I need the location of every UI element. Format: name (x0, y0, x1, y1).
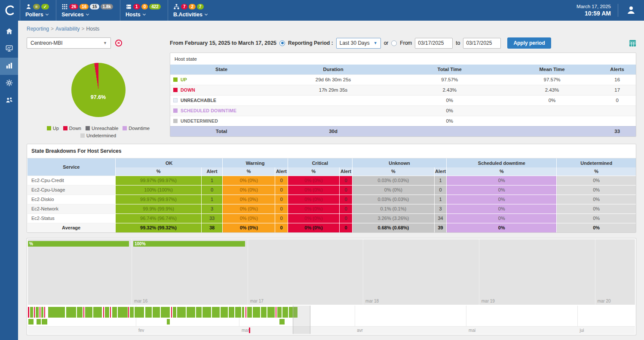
navigator-status-segment (118, 307, 128, 318)
navigator-status-segment (128, 307, 129, 318)
menu-services[interactable]: 2616151.8kServices (56, 0, 120, 21)
navigator-status-segment (105, 307, 109, 318)
state-alerts (598, 105, 636, 116)
chevron-down-icon: ▼ (374, 41, 377, 45)
status-badge: 1 (133, 4, 140, 9)
timeline-axis-label: mar 20 (597, 299, 610, 303)
period-select[interactable]: Last 30 Days ▼ (336, 38, 381, 49)
breadcrumb-item[interactable]: Availability (55, 26, 80, 32)
custom-period-radio[interactable] (391, 40, 397, 46)
column-header-total-time: Total Time (394, 65, 506, 74)
subcolumn-percent: % (116, 167, 202, 176)
timeline-gridline (132, 239, 132, 305)
host-select[interactable]: Centreon-MBI ▼ (27, 37, 111, 49)
value-cell: 3 (434, 204, 446, 213)
value-cell: 0 (275, 213, 288, 223)
state-cell: UP (170, 74, 273, 85)
navigator-axis-label: fev (138, 328, 144, 333)
legend-item: Unreachable (86, 126, 118, 131)
legend-color-square (47, 126, 51, 130)
navigator-status-segment (28, 307, 29, 318)
navigator-status-segment (177, 307, 186, 318)
navigator-status-segment (44, 307, 45, 318)
value-cell: 0% (447, 213, 557, 223)
status-badge: ≡ (33, 4, 40, 9)
navigator-status-segment (253, 307, 260, 318)
state-mean (506, 116, 599, 126)
export-icon[interactable] (629, 40, 636, 47)
value-cell: 0% (0%) (288, 213, 339, 223)
status-badge: 1.8k (101, 4, 113, 9)
host-select-value: Centreon-MBI (31, 40, 63, 46)
host-state-row: DOWN17h 29m 35s2.43%2.43%17 (170, 85, 636, 95)
value-cell: 0 (201, 185, 223, 195)
timeline-navigator[interactable]: fevmaravrmaijui (28, 306, 635, 334)
sidebar-item-administration[interactable] (0, 92, 18, 109)
state-cell: DOWN (170, 85, 273, 95)
menu-pollers[interactable]: ≡✓Pollers (20, 0, 56, 21)
legend-color-square (63, 126, 67, 130)
clear-host-filter-icon[interactable]: ✕ (115, 40, 122, 46)
or-label: or (384, 40, 389, 46)
availability-pie-chart: 97.6% (71, 63, 126, 117)
navigator-status-segment (229, 307, 234, 318)
navigator-status-segment (130, 307, 133, 318)
apply-period-button[interactable]: Apply period (507, 37, 551, 49)
menu-hosts[interactable]: 10422Hosts (120, 0, 168, 21)
value-cell: 0% (557, 185, 636, 195)
value-cell: 0% (0%) (288, 185, 339, 195)
state-color-square (173, 98, 178, 102)
centreon-logo[interactable] (0, 0, 20, 21)
legend-item: Downtime (123, 126, 150, 131)
host-state-title: Host state (170, 53, 636, 65)
to-date-input[interactable] (463, 38, 501, 49)
breadcrumb: Reporting>Availability>Hosts (18, 21, 644, 34)
navigator-marker (249, 328, 250, 333)
breadcrumb-item[interactable]: Hosts (86, 26, 100, 32)
from-date-input[interactable] (415, 38, 453, 49)
timeline-axis-label: mar 18 (365, 299, 379, 303)
service-name: Ec2-Network (28, 204, 116, 213)
state-label: UNREACHABLE (181, 98, 216, 103)
value-cell: 99.9% (99.9%) (116, 204, 202, 213)
sidebar-item-monitoring[interactable] (0, 40, 18, 58)
value-cell: 0% (0%) (288, 176, 339, 185)
value-cell: 0% (0%) (223, 213, 275, 223)
value-cell: 0% (557, 204, 636, 213)
navigator-status-segment (145, 307, 152, 318)
current-time: 10:59 AM (577, 10, 611, 17)
sidebar-item-configuration[interactable] (0, 75, 18, 92)
availability-timeline-chart[interactable]: mar 16mar 17mar 18mar 19mar 20%100% (28, 239, 635, 305)
navigator-status-segment (153, 307, 160, 318)
filter-bar: Centreon-MBI ▼ ✕ From February 15, 2025 … (18, 34, 644, 52)
breadcrumb-separator: > (51, 26, 54, 32)
legend-label: Unreachable (92, 126, 118, 131)
legend-label: Up (53, 126, 59, 131)
value-cell: 99.97% (99.97%) (116, 176, 202, 185)
state-total: 2.43% (394, 85, 506, 95)
navigator-status-segment (212, 307, 220, 318)
state-mean: 0% (506, 95, 599, 105)
status-badge: 26 (69, 4, 78, 9)
status-badge: 15 (90, 4, 99, 9)
state-total: 97.57% (394, 74, 506, 85)
chevron-down-icon: ▼ (103, 41, 107, 45)
sidebar-item-reporting[interactable] (0, 58, 18, 75)
column-group-header: Unknown (352, 158, 446, 167)
state-duration (273, 95, 394, 105)
value-cell: 0 (275, 195, 288, 204)
sidebar-item-home[interactable] (0, 23, 18, 40)
subcolumn-alert: Alert (201, 167, 223, 176)
navigator-selection-window[interactable] (293, 306, 310, 334)
value-cell: 0 (340, 213, 353, 223)
breadcrumb-item[interactable]: Reporting (27, 26, 49, 32)
menu-top: ≡✓ (25, 3, 49, 10)
value-cell: 0.03% (0.03%) (352, 195, 434, 204)
user-menu[interactable] (618, 4, 644, 17)
bar-chart-icon (5, 62, 13, 71)
reporting-period-radio[interactable] (279, 40, 285, 46)
pie-legend: UpDownUnreachableDowntimeUndetermined (32, 126, 165, 138)
navigator-status-segment (167, 319, 170, 325)
value-cell: 96.74% (96.74%) (116, 213, 202, 223)
menu-ba[interactable]: 727B.Activities (168, 0, 214, 21)
